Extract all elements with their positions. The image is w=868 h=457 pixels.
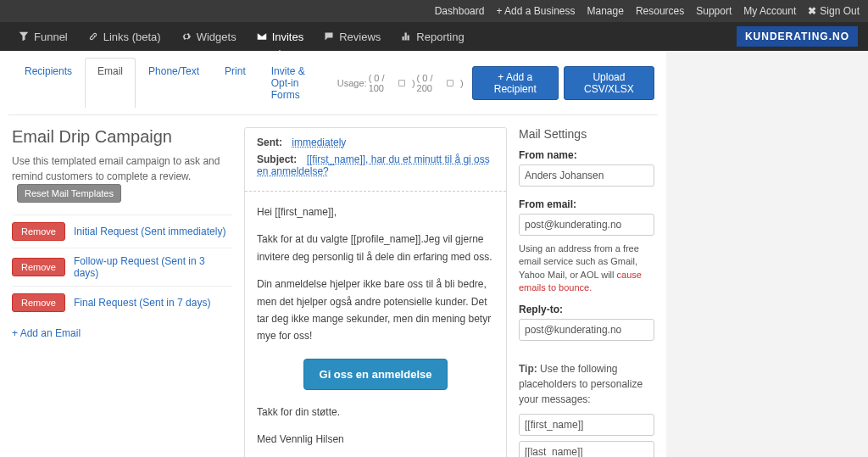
- mail-settings: Mail Settings From name: From email: Usi…: [519, 127, 654, 457]
- email-paragraph: Takk for din støtte.: [257, 404, 494, 421]
- campaign-sidebar: Email Drip Campaign Use this templated e…: [12, 127, 232, 348]
- subject-label: Subject:: [257, 153, 297, 165]
- link-icon: [88, 31, 98, 42]
- sent-value[interactable]: immediately: [292, 137, 346, 148]
- remove-step-button[interactable]: Remove: [12, 258, 65, 276]
- nav-resources[interactable]: Resources: [636, 5, 684, 17]
- email-body[interactable]: Hei [[first_name]], Takk for at du valgt…: [245, 192, 506, 457]
- subtab-print[interactable]: Print: [212, 58, 259, 108]
- navbar: Funnel Links (beta) Widgets Invites Revi…: [0, 22, 868, 51]
- subtabs: Recipients Email Phone/Text Print Invite…: [12, 58, 337, 108]
- step-link-initial[interactable]: Initial Request (Sent immediately): [74, 226, 225, 237]
- nav-manage[interactable]: Manage: [587, 5, 624, 17]
- reply-to-input[interactable]: [519, 319, 654, 341]
- email-editor-card: Sent: immediately Subject: [[first_name]…: [244, 127, 507, 457]
- settings-title: Mail Settings: [519, 127, 654, 141]
- subtab-phone[interactable]: Phone/Text: [136, 58, 212, 108]
- tab-links[interactable]: Links (beta): [80, 24, 170, 50]
- envelope-mini-icon: [398, 80, 405, 86]
- subtab-recipients[interactable]: Recipients: [12, 58, 85, 108]
- nav-my-account[interactable]: My Account: [743, 5, 796, 17]
- nav-dashboard[interactable]: Dashboard: [435, 5, 485, 17]
- page-description: Use this templated email campaign to ask…: [12, 153, 232, 203]
- topbar: Dashboard + Add a Business Manage Resour…: [0, 0, 868, 22]
- tab-reviews[interactable]: Reviews: [315, 24, 389, 50]
- reply-to-label: Reply-to:: [519, 304, 654, 315]
- email-paragraph: Med Vennlig Hilsen: [257, 431, 494, 448]
- phone-mini-icon: [447, 80, 453, 86]
- upload-csv-button[interactable]: Upload CSV/XLSX: [564, 66, 654, 100]
- tab-funnel[interactable]: Funnel: [10, 24, 76, 50]
- email-paragraph: Din anmeldelse hjelper ikke bare oss til…: [257, 276, 494, 345]
- step-row: Remove Initial Request (Sent immediately…: [12, 215, 232, 248]
- tab-widgets[interactable]: Widgets: [173, 24, 245, 50]
- brand-logo: KUNDERATING.NO: [737, 26, 858, 47]
- from-name-input[interactable]: [519, 164, 654, 187]
- nav-sign-out[interactable]: ✖Sign Out: [808, 5, 860, 17]
- from-email-input[interactable]: [519, 214, 654, 236]
- placeholder-last-name[interactable]: [519, 441, 654, 457]
- reset-templates-button[interactable]: Reset Mail Templates: [17, 184, 121, 203]
- page-title: Email Drip Campaign: [12, 127, 232, 147]
- from-email-label: From email:: [519, 198, 654, 210]
- speech-icon: [324, 31, 334, 42]
- email-paragraph: Takk for at du valgte [[profile_name]].J…: [257, 231, 494, 265]
- step-link-final[interactable]: Final Request (Sent in 7 days): [74, 297, 210, 309]
- remove-step-button[interactable]: Remove: [12, 222, 65, 241]
- right-gutter: [666, 51, 868, 457]
- subtab-email[interactable]: Email: [85, 58, 136, 108]
- step-row: Remove Follow-up Request (Sent in 3 days…: [12, 248, 232, 286]
- nav-add-business[interactable]: + Add a Business: [496, 5, 575, 17]
- cta-button[interactable]: Gi oss en anmeldelse: [303, 359, 448, 390]
- tab-reporting[interactable]: Reporting: [392, 24, 472, 50]
- subheader: Recipients Email Phone/Text Print Invite…: [8, 51, 658, 115]
- close-icon: ✖: [808, 5, 816, 17]
- envelope-icon: [257, 31, 267, 42]
- gear-icon: [181, 31, 192, 42]
- remove-step-button[interactable]: Remove: [12, 293, 65, 312]
- subtab-optin[interactable]: Invite & Opt-in Forms: [259, 58, 337, 108]
- add-email-link[interactable]: + Add an Email: [12, 319, 232, 348]
- tab-invites[interactable]: Invites: [248, 24, 313, 50]
- step-row: Remove Final Request (Sent in 7 days): [12, 286, 232, 319]
- from-name-label: From name:: [519, 149, 654, 161]
- email-warning: Using an address from a free email servi…: [519, 242, 654, 295]
- funnel-icon: [19, 31, 29, 42]
- sent-label: Sent:: [257, 137, 282, 148]
- bars-icon: [401, 31, 411, 42]
- step-link-followup[interactable]: Follow-up Request (Sent in 3 days): [74, 255, 232, 279]
- placeholder-first-name[interactable]: [519, 414, 654, 436]
- nav-support[interactable]: Support: [696, 5, 732, 17]
- email-paragraph: Hei [[first_name]],: [257, 203, 494, 220]
- tip-text: Tip: Use the following placeholders to p…: [519, 361, 654, 407]
- usage-text: Usage: ( 0 / 100) ( 0 / 200): [337, 73, 464, 93]
- add-recipient-button[interactable]: + Add a Recipient: [472, 66, 559, 100]
